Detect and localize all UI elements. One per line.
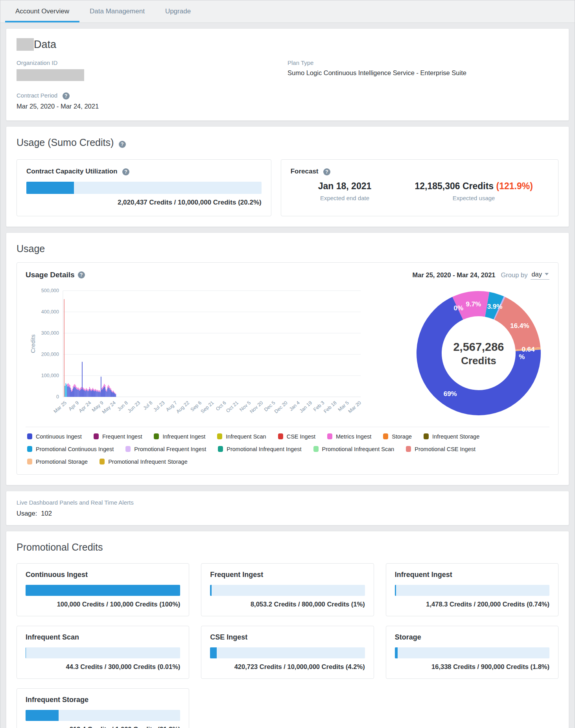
forecast-card: Forecast ? Jan 18, 2021 Expected end dat… [281, 159, 558, 216]
legend-item[interactable]: Promotional Storage [27, 459, 88, 465]
legend-swatch [424, 433, 429, 439]
group-by-label: Group by [501, 271, 528, 279]
group-by-select[interactable]: day [531, 271, 549, 280]
legend-swatch [125, 446, 131, 452]
legend-item[interactable]: Infrequent Scan [217, 433, 266, 440]
svg-text:0.64: 0.64 [522, 345, 535, 353]
legend-swatch [94, 433, 99, 439]
promo-card-title: Frequent Ingest [210, 571, 365, 579]
legend-item[interactable]: CSE Ingest [278, 433, 315, 440]
svg-text:Oct 21: Oct 21 [225, 400, 240, 414]
group-by-control[interactable]: Group by day [501, 271, 549, 280]
svg-text:300,000: 300,000 [41, 330, 59, 336]
live-usage-value: 102 [41, 510, 52, 517]
legend-label: Frequent Ingest [102, 433, 142, 440]
usage-credits-help-icon[interactable]: ? [119, 141, 126, 148]
tab-account-overview[interactable]: Account Overview [5, 0, 79, 22]
forecast-help-icon[interactable]: ? [323, 168, 330, 175]
legend-item[interactable]: Promotional Infrequent Scan [313, 446, 394, 452]
legend-item[interactable]: Storage [383, 433, 412, 440]
tab-data-management[interactable]: Data Management [79, 0, 155, 22]
promo-progress-fill [210, 585, 212, 596]
promo-card-cse-ingest: CSE Ingest420,723 Credits / 10,000,000 C… [201, 626, 374, 679]
legend-item[interactable]: Metrics Ingest [327, 433, 371, 440]
usage-details-card: Usage Details ? Mar 25, 2020 - Mar 24, 2… [17, 262, 558, 475]
capacity-help-icon[interactable]: ? [122, 168, 129, 175]
svg-text:Jun 23: Jun 23 [127, 400, 141, 414]
svg-text:Credits: Credits [461, 355, 496, 367]
chevron-down-icon [545, 273, 549, 275]
legend-label: Promotional Infrequent Storage [108, 459, 188, 465]
promo-card-title: CSE Ingest [210, 633, 365, 641]
legend-item[interactable]: Promotional Infrequent Storage [100, 459, 188, 465]
svg-text:0%: 0% [453, 304, 463, 312]
promo-card-title: Continuous Ingest [26, 571, 180, 579]
live-dashboard-title: Live Dashboard Panels and Real Time Aler… [17, 499, 558, 506]
svg-text:Apr 24: Apr 24 [78, 400, 92, 414]
legend-item[interactable]: Infrequent Ingest [154, 433, 205, 440]
live-usage-label: Usage: [17, 510, 37, 517]
promo-card-title: Infrequent Ingest [395, 571, 549, 579]
svg-text:Jan 19: Jan 19 [299, 400, 313, 414]
account-title-text: Data [34, 39, 56, 51]
legend-label: Promotional Frequent Ingest [134, 446, 206, 452]
promo-card-title: Infrequent Scan [26, 633, 180, 641]
svg-text:9.7%: 9.7% [466, 300, 481, 308]
promo-card-infrequent-ingest: Infrequent Ingest1,478.3 Credits / 200,0… [386, 563, 558, 616]
legend-label: Infrequent Ingest [162, 433, 205, 440]
legend-swatch [27, 459, 32, 464]
capacity-progress-track [26, 182, 262, 194]
capacity-progress-text: 2,020,437 Credits / 10,000,000 Credits (… [26, 199, 262, 206]
legend-item[interactable]: Promotional Infrequent Ingest [218, 446, 301, 452]
usage-details-help-icon[interactable]: ? [78, 271, 85, 278]
svg-text:Nov 20: Nov 20 [249, 400, 264, 415]
legend-item[interactable]: Promotional CSE Ingest [406, 446, 475, 452]
account-info-card: Data Organization ID Contract Period ? M… [6, 28, 569, 121]
legend-label: CSE Ingest [287, 433, 315, 440]
legend-swatch [383, 433, 388, 439]
svg-text:Dec 20: Dec 20 [273, 400, 289, 415]
svg-text:400,000: 400,000 [41, 309, 59, 315]
org-id-label: Organization ID [17, 59, 288, 66]
page: Account Overview Data Management Upgrade… [0, 0, 575, 728]
legend-item[interactable]: Continuous Ingest [27, 433, 82, 440]
svg-text:2,567,286: 2,567,286 [453, 341, 504, 353]
legend-item[interactable]: Promotional Frequent Ingest [125, 446, 206, 452]
svg-text:Credits: Credits [29, 334, 36, 353]
legend-item[interactable]: Frequent Ingest [94, 433, 142, 440]
legend-label: Promotional CSE Ingest [415, 446, 475, 452]
legend-label: Promotional Storage [36, 459, 88, 465]
redacted-account-name [17, 38, 34, 51]
tab-upgrade[interactable]: Upgrade [155, 0, 201, 22]
promo-progress-track [26, 585, 180, 596]
live-dashboard-usage: Usage:102 [17, 510, 558, 517]
svg-text:100,000: 100,000 [41, 373, 59, 378]
promotional-credits-card: Promotional Credits Continuous Ingest100… [6, 531, 569, 728]
promotional-grid: Continuous Ingest100,000 Credits / 100,0… [17, 563, 558, 728]
contract-capacity-card: Contract Capacity Utilization ? 2,020,43… [17, 159, 271, 216]
account-title: Data [17, 38, 558, 51]
legend-item[interactable]: Infrequent Storage [424, 433, 479, 440]
legend-label: Metrics Ingest [336, 433, 371, 440]
promo-card-title: Infrequent Storage [26, 696, 180, 704]
contract-period-help-icon[interactable]: ? [63, 92, 70, 100]
capacity-progress-fill [26, 182, 74, 194]
legend-swatch [218, 446, 223, 452]
legend-label: Continuous Ingest [36, 433, 82, 440]
promo-progress-track [26, 710, 180, 721]
svg-text:69%: 69% [444, 390, 457, 398]
usage-card: Usage Usage Details ? Mar 25, 2020 - Mar… [6, 232, 569, 485]
promo-progress-track [395, 585, 549, 596]
contract-period-value: Mar 25, 2020 - Mar 24, 2021 [17, 103, 288, 110]
promo-card-storage: Storage16,338 Credits / 900,000 Credits … [386, 626, 558, 679]
live-dashboard-card: Live Dashboard Panels and Real Time Aler… [6, 491, 569, 525]
legend-item[interactable]: Promotional Continuous Ingest [27, 446, 114, 452]
promo-card-infrequent-scan: Infrequent Scan44.3 Credits / 300,000 Cr… [17, 626, 189, 679]
promo-card-value: 100,000 Credits / 100,000 Credits (100%) [26, 601, 180, 608]
legend-swatch [27, 433, 32, 439]
forecast-usage: 12,185,306 Credits (121.9%) [399, 181, 549, 192]
forecast-usage-percent: (121.9%) [496, 181, 533, 191]
promo-progress-track [395, 647, 549, 658]
usage-date-range: Mar 25, 2020 - Mar 24, 2021 [413, 271, 496, 279]
capacity-title: Contract Capacity Utilization [26, 168, 117, 175]
